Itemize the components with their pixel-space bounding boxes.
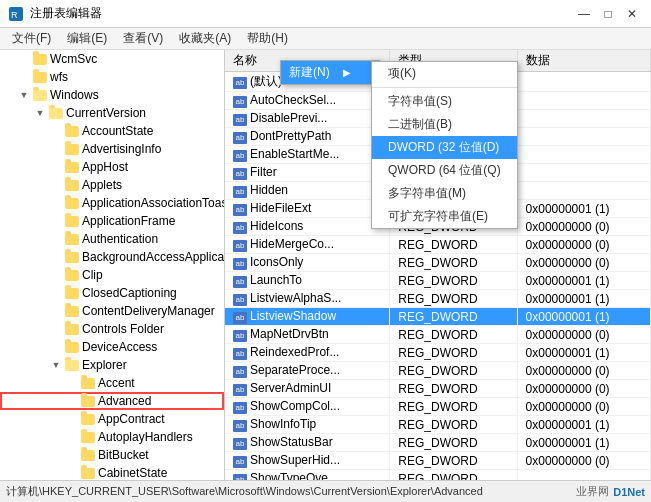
tree-item-18[interactable]: Accent — [0, 374, 224, 392]
context-menu[interactable]: 新建(N) ▶ 项(K) 字符串值(S) 二进制值(B) DWORD (32 位… — [280, 60, 380, 85]
nsub-item-expand[interactable]: 可扩充字符串值(E) — [372, 205, 517, 228]
tree-item-11[interactable]: BackgroundAccessApplicatio — [0, 248, 224, 266]
reg-data-9: 0x00000000 (0) — [517, 236, 650, 254]
reg-type-15: REG_DWORD — [390, 344, 517, 362]
reg-icon-12: ab — [233, 294, 247, 306]
reg-icon-18: ab — [233, 402, 247, 414]
tree-arrow-15 — [48, 321, 64, 337]
reg-name-10: abIconsOnly — [225, 254, 390, 272]
new-submenu[interactable]: 项(K) 字符串值(S) 二进制值(B) DWORD (32 位值(D) QWO… — [371, 61, 518, 229]
maximize-button[interactable]: □ — [597, 3, 619, 25]
tree-item-3[interactable]: ▼CurrentVersion — [0, 104, 224, 122]
reg-data-7: 0x00000001 (1) — [517, 200, 650, 218]
tree-item-21[interactable]: AutoplayHandlers — [0, 428, 224, 446]
reg-type-13: REG_DWORD — [390, 308, 517, 326]
tree-label-15: Controls Folder — [82, 322, 164, 336]
tree-label-8: ApplicationAssociationToast — [82, 196, 225, 210]
reg-data-11: 0x00000001 (1) — [517, 272, 650, 290]
tree-item-23[interactable]: CabinetState — [0, 464, 224, 480]
right-panel: 名称 类型 数据 ab(默认)REG_SZabAutoCheckSel...RE… — [225, 50, 651, 480]
reg-name-2: abDisablePrevi... — [225, 110, 390, 128]
reg-type-17: REG_DWORD — [390, 380, 517, 398]
close-button[interactable]: ✕ — [621, 3, 643, 25]
reg-icon-15: ab — [233, 348, 247, 360]
table-row[interactable]: abShowSuperHid...REG_DWORD0x00000000 (0) — [225, 452, 651, 470]
title-bar-controls: — □ ✕ — [573, 3, 643, 25]
menu-help[interactable]: 帮助(H) — [239, 28, 296, 49]
reg-data-8: 0x00000000 (0) — [517, 218, 650, 236]
reg-icon-17: ab — [233, 384, 247, 396]
nsub-item-dword[interactable]: DWORD (32 位值(D) — [372, 136, 517, 159]
menu-view[interactable]: 查看(V) — [115, 28, 171, 49]
table-row[interactable]: abHideMergeCo...REG_DWORD0x00000000 (0) — [225, 236, 651, 254]
tree-arrow-23 — [64, 465, 80, 480]
menu-favorites[interactable]: 收藏夹(A) — [171, 28, 239, 49]
reg-data-16: 0x00000000 (0) — [517, 362, 650, 380]
menu-edit[interactable]: 编辑(E) — [59, 28, 115, 49]
nsub-item-0[interactable]: 项(K) — [372, 62, 517, 85]
status-path-text: 计算机\HKEY_CURRENT_USER\Software\Microsoft… — [6, 485, 483, 497]
reg-type-19: REG_DWORD — [390, 416, 517, 434]
tree-label-22: BitBucket — [98, 448, 149, 462]
reg-name-9: abHideMergeCo... — [225, 236, 390, 254]
reg-icon-1: ab — [233, 96, 247, 108]
reg-data-17: 0x00000000 (0) — [517, 380, 650, 398]
tree-item-6[interactable]: AppHost — [0, 158, 224, 176]
tree-arrow-9 — [48, 213, 64, 229]
table-row[interactable]: abServerAdminUIREG_DWORD0x00000000 (0) — [225, 380, 651, 398]
table-row[interactable]: abListviewShadowREG_DWORD0x00000001 (1) — [225, 308, 651, 326]
tree-item-17[interactable]: ▼Explorer — [0, 356, 224, 374]
table-row[interactable]: abReindexedProf...REG_DWORD0x00000001 (1… — [225, 344, 651, 362]
tree-item-7[interactable]: Applets — [0, 176, 224, 194]
table-row[interactable]: abShowTypeOve...REG_DWORD — [225, 470, 651, 481]
menu-file[interactable]: 文件(F) — [4, 28, 59, 49]
tree-label-9: ApplicationFrame — [82, 214, 175, 228]
watermark: 业界网 D1Net — [576, 484, 645, 499]
reg-name-15: abReindexedProf... — [225, 344, 390, 362]
table-row[interactable]: abShowCompCol...REG_DWORD0x00000000 (0) — [225, 398, 651, 416]
tree-item-4[interactable]: AccountState — [0, 122, 224, 140]
tree-label-19: Advanced — [98, 394, 151, 408]
tree-item-8[interactable]: ApplicationAssociationToast — [0, 194, 224, 212]
watermark-logo: D1Net — [613, 486, 645, 498]
minimize-button[interactable]: — — [573, 3, 595, 25]
ctx-new[interactable]: 新建(N) ▶ 项(K) 字符串值(S) 二进制值(B) DWORD (32 位… — [281, 61, 371, 84]
tree-item-9[interactable]: ApplicationFrame — [0, 212, 224, 230]
reg-icon-10: ab — [233, 258, 247, 270]
table-row[interactable]: abListviewAlphaS...REG_DWORD0x00000001 (… — [225, 290, 651, 308]
table-row[interactable]: abLaunchToREG_DWORD0x00000001 (1) — [225, 272, 651, 290]
tree-item-12[interactable]: Clip — [0, 266, 224, 284]
reg-type-14: REG_DWORD — [390, 326, 517, 344]
tree-item-13[interactable]: ClosedCaptioning — [0, 284, 224, 302]
table-row[interactable]: abMapNetDrvBtnREG_DWORD0x00000000 (0) — [225, 326, 651, 344]
tree-item-1[interactable]: wfs — [0, 68, 224, 86]
tree-item-0[interactable]: WcmSvc — [0, 50, 224, 68]
tree-label-1: wfs — [50, 70, 68, 84]
tree-item-14[interactable]: ContentDeliveryManager — [0, 302, 224, 320]
tree-item-5[interactable]: AdvertisingInfo — [0, 140, 224, 158]
folder-icon-10 — [64, 232, 80, 246]
tree-item-19[interactable]: Advanced — [0, 392, 224, 410]
table-row[interactable]: abSeparateProce...REG_DWORD0x00000000 (0… — [225, 362, 651, 380]
tree-label-20: AppContract — [98, 412, 165, 426]
table-row[interactable]: abShowInfoTipREG_DWORD0x00000001 (1) — [225, 416, 651, 434]
tree-item-15[interactable]: Controls Folder — [0, 320, 224, 338]
title-bar: R 注册表编辑器 — □ ✕ — [0, 0, 651, 28]
tree-label-10: Authentication — [82, 232, 158, 246]
nsub-item-bin[interactable]: 二进制值(B) — [372, 113, 517, 136]
tree-arrow-17: ▼ — [48, 357, 64, 373]
tree-arrow-14 — [48, 303, 64, 319]
nsub-item-str[interactable]: 字符串值(S) — [372, 90, 517, 113]
reg-name-12: abListviewAlphaS... — [225, 290, 390, 308]
tree-item-20[interactable]: AppContract — [0, 410, 224, 428]
tree-arrow-2: ▼ — [16, 87, 32, 103]
reg-type-12: REG_DWORD — [390, 290, 517, 308]
nsub-item-multi[interactable]: 多字符串值(M) — [372, 182, 517, 205]
table-row[interactable]: abIconsOnlyREG_DWORD0x00000000 (0) — [225, 254, 651, 272]
tree-item-22[interactable]: BitBucket — [0, 446, 224, 464]
tree-item-16[interactable]: DeviceAccess — [0, 338, 224, 356]
tree-item-10[interactable]: Authentication — [0, 230, 224, 248]
table-row[interactable]: abShowStatusBarREG_DWORD0x00000001 (1) — [225, 434, 651, 452]
nsub-item-qword[interactable]: QWORD (64 位值(Q) — [372, 159, 517, 182]
tree-item-2[interactable]: ▼Windows — [0, 86, 224, 104]
